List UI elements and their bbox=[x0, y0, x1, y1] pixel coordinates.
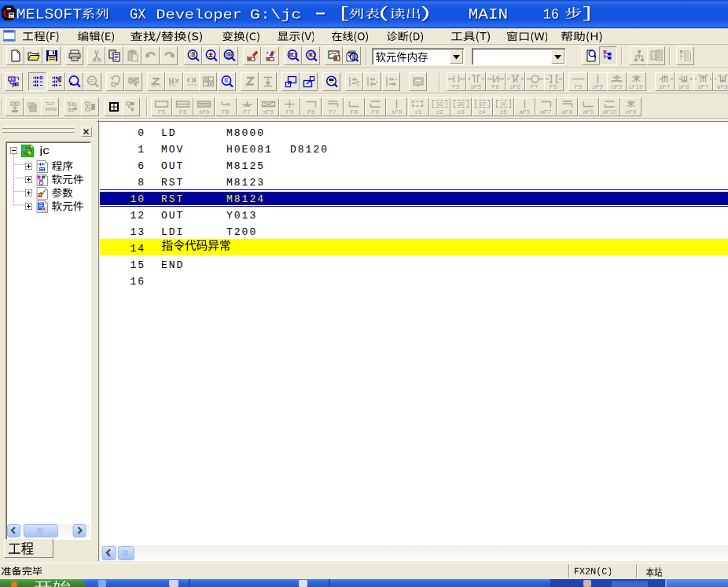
svg-text:123: 123 bbox=[226, 55, 233, 59]
svg-text:error: error bbox=[46, 106, 57, 112]
svg-text:S1: S1 bbox=[68, 101, 75, 107]
svg-text:LD: LD bbox=[13, 83, 19, 87]
svg-text:S9: S9 bbox=[68, 107, 75, 112]
